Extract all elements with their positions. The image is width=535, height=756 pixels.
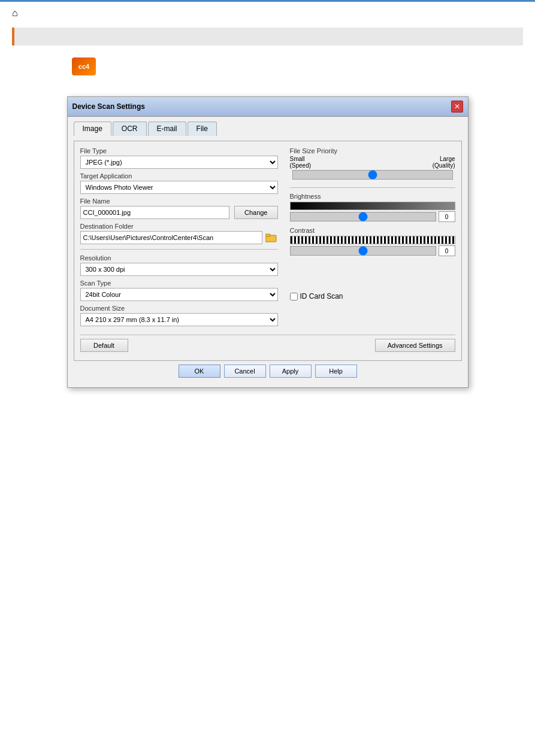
scan-type-row: Scan Type 24bit Colour (80, 280, 278, 301)
advanced-settings-button[interactable]: Advanced Settings (375, 339, 455, 352)
tab-ocr[interactable]: OCR (113, 122, 147, 136)
brightness-value: 0 (439, 211, 455, 222)
bottom-buttons-row: Default Advanced Settings (80, 335, 455, 354)
id-card-scan-checkbox[interactable] (290, 293, 298, 300)
id-card-scan-row: ID Card Scan (290, 292, 455, 300)
file-name-input[interactable] (80, 206, 229, 219)
action-buttons-row: OK Cancel Apply Help (74, 361, 462, 382)
brightness-slider[interactable] (290, 212, 436, 221)
target-application-row: Target Application Windows Photo Viewer (80, 172, 278, 194)
brightness-label: Brightness (290, 193, 455, 200)
document-size-row: Document Size A4 210 x 297 mm (8.3 x 11.… (80, 305, 278, 326)
tab-content-image: File Type JPEG (*.jpg) Target Applicatio… (74, 141, 462, 361)
file-type-label: File Type (80, 147, 278, 154)
small-speed-labels: Small (Speed) (290, 156, 312, 169)
file-size-priority-label: File Size Priority (290, 147, 455, 154)
change-button[interactable]: Change (234, 206, 278, 219)
svg-rect-1 (265, 234, 270, 236)
default-button[interactable]: Default (80, 339, 128, 352)
large-quality-labels: Large (Quality) (433, 156, 455, 169)
home-icon[interactable]: ⌂ (12, 8, 18, 18)
document-size-select[interactable]: A4 210 x 297 mm (8.3 x 11.7 in) (80, 313, 278, 326)
file-size-priority-section: File Size Priority Small (Speed) Large (… (290, 147, 455, 181)
contrast-bar (290, 236, 455, 244)
resolution-label: Resolution (80, 254, 278, 262)
tab-bar: Image OCR E-mail File (74, 122, 462, 136)
brightness-bar (290, 202, 455, 210)
file-size-priority-slider[interactable] (292, 170, 453, 180)
dialog-body: Image OCR E-mail File (68, 117, 468, 387)
scan-type-select[interactable]: 24bit Colour (80, 288, 278, 301)
contrast-value: 0 (439, 245, 455, 256)
destination-folder-input-row (80, 231, 278, 244)
target-application-label: Target Application (80, 172, 278, 180)
help-button[interactable]: Help (315, 365, 357, 378)
separator-2 (290, 187, 455, 188)
file-name-row: File Name Change (80, 198, 278, 219)
contrast-section: Contrast 0 (290, 227, 455, 256)
resolution-select[interactable]: 300 x 300 dpi (80, 263, 278, 276)
id-card-scan-label: ID Card Scan (300, 292, 343, 300)
dialog-titlebar: Device Scan Settings ✕ (68, 97, 468, 117)
right-column: File Size Priority Small (Speed) Large (… (290, 147, 455, 330)
tab-file[interactable]: File (188, 122, 217, 136)
destination-folder-label: Destination Folder (80, 223, 278, 230)
destination-folder-row: Destination Folder (80, 223, 278, 244)
device-scan-settings-dialog: Device Scan Settings ✕ Image OCR E-mail (67, 96, 468, 388)
left-column: File Type JPEG (*.jpg) Target Applicatio… (80, 147, 278, 330)
section-header (12, 28, 523, 45)
file-type-row: File Type JPEG (*.jpg) (80, 147, 278, 169)
cc4-app-icon: cc4 (72, 57, 96, 75)
document-size-label: Document Size (80, 305, 278, 312)
resolution-row: Resolution 300 x 300 dpi (80, 254, 278, 276)
brightness-section: Brightness 0 (290, 193, 455, 222)
destination-folder-input[interactable] (80, 231, 262, 244)
tab-image[interactable]: Image (74, 122, 111, 136)
brightness-slider-row: 0 (290, 211, 455, 222)
cancel-button[interactable]: Cancel (224, 365, 266, 378)
file-type-select[interactable]: JPEG (*.jpg) (80, 156, 278, 169)
folder-browse-button[interactable] (265, 231, 278, 244)
separator-1 (80, 249, 278, 250)
target-application-select[interactable]: Windows Photo Viewer (80, 181, 278, 194)
contrast-label: Contrast (290, 227, 455, 234)
scan-type-label: Scan Type (80, 280, 278, 287)
file-size-labels: Small (Speed) Large (Quality) (290, 156, 455, 169)
contrast-slider[interactable] (290, 246, 436, 256)
file-name-input-row: Change (80, 206, 278, 219)
dialog-title: Device Scan Settings (72, 102, 145, 111)
file-name-label: File Name (80, 198, 278, 205)
main-columns: File Type JPEG (*.jpg) Target Applicatio… (80, 147, 455, 330)
tab-email[interactable]: E-mail (148, 122, 186, 136)
dialog-close-button[interactable]: ✕ (451, 101, 463, 113)
apply-button[interactable]: Apply (270, 365, 312, 378)
contrast-slider-row: 0 (290, 245, 455, 256)
ok-button[interactable]: OK (179, 365, 220, 378)
